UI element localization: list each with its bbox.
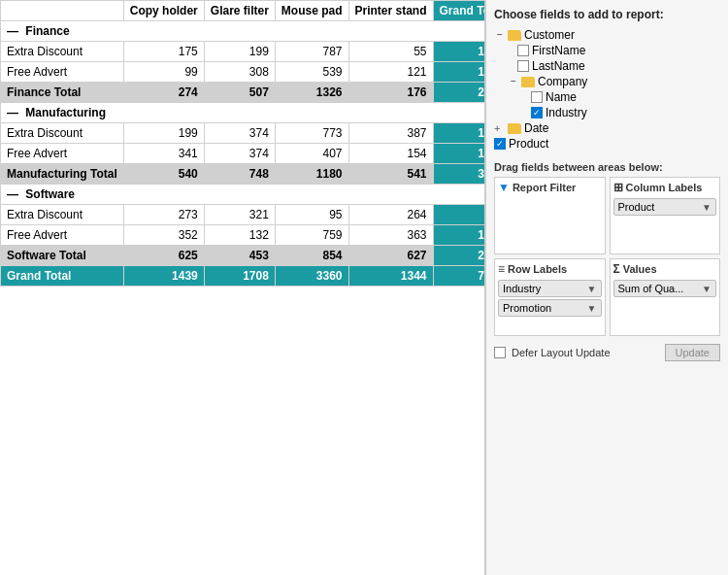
update-button[interactable]: Update — [665, 344, 720, 361]
field-panel: Choose fields to add to report: − Custom… — [485, 0, 728, 575]
header-grand-total: Grand Total — [433, 1, 485, 21]
val-mfg-fa-glare: 374 — [204, 144, 275, 164]
tag-industry[interactable]: Industry ▼ — [498, 280, 602, 297]
tree-firstname[interactable]: FirstName — [517, 43, 720, 58]
row-mfg-free-advert: Free Advert 341 374 407 154 1276 — [1, 144, 486, 164]
label-finance-free-advert: Free Advert — [1, 62, 124, 83]
val-finance-total-copy: 274 — [123, 83, 204, 103]
val-finance-ed-copy: 175 — [123, 42, 204, 62]
label-mfg-total: Manufacturing Total — [1, 164, 124, 185]
val-finance-fa-gt: 1067 — [433, 62, 485, 83]
val-sw-total-copy: 625 — [123, 246, 204, 266]
check-lastname[interactable] — [517, 60, 529, 72]
tag-sum-of-qual-label: Sum of Qua... — [618, 283, 684, 294]
tree-lastname-label: LastName — [532, 59, 585, 73]
areas-grid: ▼ Report Filter ⊞ Column Labels Product … — [494, 177, 720, 336]
tree-industry[interactable]: ✓ Industry — [531, 105, 720, 120]
val-sw-fa-gt: 1606 — [433, 225, 485, 246]
val-mfg-fa-mouse: 407 — [275, 144, 348, 164]
tree-lastname[interactable]: LastName — [517, 58, 720, 74]
defer-label: Defer Layout Update — [512, 347, 611, 358]
val-mfg-total-copy: 540 — [123, 164, 204, 185]
tree-company[interactable]: − Company — [508, 74, 720, 89]
header-mouse-pad: Mouse pad — [275, 1, 348, 21]
val-gt-total: 7851 — [433, 266, 485, 287]
val-gt-printer: 1344 — [348, 266, 433, 287]
area-row-labels-title: ≡ Row Labels — [498, 262, 602, 276]
area-report-filter[interactable]: ▼ Report Filter — [494, 177, 606, 254]
check-product[interactable]: ✓ — [494, 138, 506, 150]
check-industry[interactable]: ✓ — [531, 107, 543, 118]
val-finance-total-mouse: 1326 — [275, 83, 348, 103]
val-sw-fa-glare: 132 — [204, 225, 275, 246]
tag-product-chevron[interactable]: ▼ — [702, 202, 711, 213]
tag-promotion[interactable]: Promotion ▼ — [498, 299, 602, 317]
val-sw-total-printer: 627 — [348, 246, 433, 266]
row-sw-total: Software Total 625 453 854 627 2559 — [1, 246, 486, 266]
tree-customer[interactable]: − Customer — [494, 27, 720, 43]
section-manufacturing: — Manufacturing — [1, 103, 486, 123]
row-grand-total: Grand Total 1439 1708 3360 1344 7851 — [1, 266, 486, 287]
val-mfg-ed-printer: 387 — [348, 123, 433, 144]
val-finance-fa-glare: 308 — [204, 62, 275, 83]
collapse-customer-icon[interactable]: − — [494, 29, 506, 41]
tag-product-label: Product — [618, 201, 655, 213]
area-values-title: Σ Values — [613, 262, 717, 276]
val-mfg-fa-printer: 154 — [348, 144, 433, 164]
defer-checkbox[interactable] — [494, 347, 506, 358]
area-column-labels[interactable]: ⊞ Column Labels Product ▼ — [610, 177, 721, 254]
collapse-company-icon[interactable]: − — [508, 76, 519, 87]
val-finance-total-gt: 2283 — [433, 83, 485, 103]
tree-name[interactable]: Name — [531, 89, 720, 105]
folder-date-icon — [508, 123, 521, 134]
row-sw-extra-discount: Extra Discount 273 321 95 264 953 — [1, 205, 486, 225]
tree-firstname-label: FirstName — [532, 44, 585, 57]
tag-sum-of-qual[interactable]: Sum of Qua... ▼ — [613, 280, 717, 297]
row-icon: ≡ — [498, 262, 505, 276]
panel-title: Choose fields to add to report: — [494, 8, 720, 21]
folder-company-icon — [521, 77, 535, 87]
tree-product-label: Product — [509, 137, 548, 151]
tree-industry-label: Industry — [546, 106, 587, 119]
drag-label: Drag fields between areas below: — [494, 161, 720, 173]
expand-date-icon[interactable]: + — [494, 122, 506, 134]
val-gt-glare: 1708 — [204, 266, 275, 287]
val-sw-ed-mouse: 95 — [275, 205, 348, 225]
val-sw-ed-printer: 264 — [348, 205, 433, 225]
header-copy-holder: Copy holder — [123, 1, 204, 21]
section-manufacturing-label: — Manufacturing — [1, 103, 486, 123]
val-sw-ed-gt: 953 — [433, 205, 485, 225]
val-mfg-ed-gt: 1733 — [433, 123, 485, 144]
val-sw-total-glare: 453 — [204, 246, 275, 266]
check-firstname[interactable] — [517, 45, 529, 56]
val-mfg-total-glare: 748 — [204, 164, 275, 185]
bottom-bar: Defer Layout Update Update — [494, 344, 720, 361]
val-mfg-fa-copy: 341 — [123, 144, 204, 164]
val-mfg-total-printer: 541 — [348, 164, 433, 185]
area-row-labels[interactable]: ≡ Row Labels Industry ▼ Promotion ▼ — [494, 258, 606, 336]
section-finance-label: — Finance — [1, 21, 486, 42]
tree-customer-label: Customer — [524, 28, 575, 42]
tag-sum-of-qual-chevron[interactable]: ▼ — [702, 284, 711, 294]
tree-product[interactable]: ✓ Product — [494, 136, 720, 152]
tag-promotion-chevron[interactable]: ▼ — [587, 303, 597, 314]
row-finance-free-advert: Free Advert 99 308 539 121 1067 — [1, 62, 486, 83]
check-name[interactable] — [531, 91, 543, 103]
val-sw-fa-mouse: 759 — [275, 225, 348, 246]
val-sw-fa-printer: 363 — [348, 225, 433, 246]
val-finance-ed-mouse: 787 — [275, 42, 348, 62]
filter-icon: ▼ — [498, 181, 510, 194]
sigma-icon: Σ — [613, 262, 620, 276]
folder-customer-icon — [508, 30, 521, 41]
tag-promotion-label: Promotion — [503, 302, 551, 314]
area-values[interactable]: Σ Values Sum of Qua... ▼ — [610, 258, 721, 336]
column-icon: ⊞ — [613, 181, 623, 194]
report-filter-label: Report Filter — [513, 182, 576, 193]
val-finance-ed-gt: 1216 — [433, 42, 485, 62]
val-finance-ed-printer: 55 — [348, 42, 433, 62]
tag-industry-chevron[interactable]: ▼ — [587, 284, 597, 294]
tree-date[interactable]: + Date — [494, 120, 720, 136]
tag-product[interactable]: Product ▼ — [613, 198, 717, 216]
row-mfg-total: Manufacturing Total 540 748 1180 541 300… — [1, 164, 486, 185]
label-sw-extra-discount: Extra Discount — [1, 205, 124, 225]
